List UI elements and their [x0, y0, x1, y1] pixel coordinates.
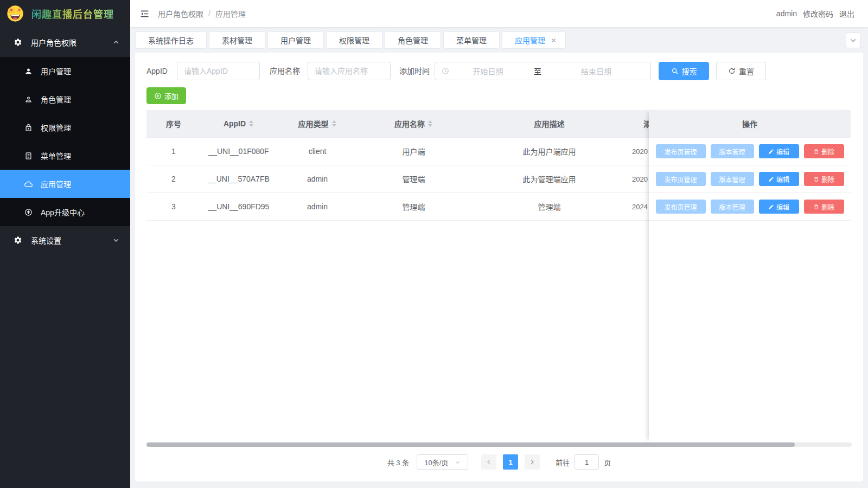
sort-carets-icon[interactable] — [248, 120, 254, 127]
horizontal-scrollbar — [146, 442, 852, 447]
logout-link[interactable]: 退出 — [839, 8, 854, 19]
chevron-down-icon — [850, 37, 857, 44]
sidebar-item-app-upgrade-center[interactable]: App升级中心 — [0, 198, 130, 226]
cell-app-type: client — [277, 138, 358, 165]
sidebar-item-role-management[interactable]: 角色管理 — [0, 85, 130, 113]
app-title: 闲趣直播后台管理 — [31, 7, 114, 21]
sidebar-item-permission-management[interactable]: 权限管理 — [0, 113, 130, 142]
tab-menu-management[interactable]: 菜单管理 — [443, 31, 500, 49]
tab-permission-management[interactable]: 权限管理 — [326, 31, 382, 49]
cell-appid: __UNI__690FD95 — [201, 193, 277, 221]
version-button[interactable]: 版本管理 — [711, 172, 754, 186]
delete-button[interactable]: 删除 — [804, 200, 844, 214]
user-filled-icon — [24, 67, 33, 75]
add-time-filter-label: 添加时间 — [399, 62, 430, 80]
tab-user-management[interactable]: 用户管理 — [267, 31, 324, 49]
sidebar-fold-button[interactable] — [139, 9, 150, 19]
tab-label: 角色管理 — [398, 35, 428, 46]
chevron-down-icon — [455, 459, 461, 465]
next-page-button[interactable] — [525, 454, 540, 470]
publish-page-button[interactable]: 发布页管理 — [656, 172, 706, 186]
fixed-actions-column: 操作 发布页管理 版本管理 编辑 删除 发布页管理 版本管理 编辑 — [649, 110, 851, 442]
change-password-link[interactable]: 修改密码 — [803, 8, 833, 19]
delete-button[interactable]: 删除 — [804, 172, 844, 186]
column-header-app-type[interactable]: 应用类型 — [277, 110, 358, 138]
cell-add-time: 2020 — [629, 165, 649, 193]
publish-page-button[interactable]: 发布页管理 — [656, 200, 706, 214]
page-number-1[interactable]: 1 — [503, 454, 518, 470]
version-button[interactable]: 版本管理 — [711, 144, 754, 158]
date-range-picker[interactable]: 开始日期 至 结束日期 — [435, 62, 651, 80]
column-header-actions: 操作 — [649, 110, 851, 138]
sidebar-item-menu-management[interactable]: 菜单管理 — [0, 142, 130, 170]
username-label[interactable]: admin — [776, 9, 797, 18]
sidebar-item-user-role-permission[interactable]: 用户角色权限 — [0, 27, 130, 57]
column-header-index[interactable]: 序号 — [146, 110, 201, 138]
column-header-label: 序号 — [166, 118, 181, 129]
version-button[interactable]: 版本管理 — [711, 200, 754, 214]
upload-circle-icon — [24, 208, 33, 216]
tab-material-management[interactable]: 素材管理 — [209, 31, 265, 49]
edit-button[interactable]: 编辑 — [759, 172, 799, 186]
column-header-appid[interactable]: AppID — [201, 110, 277, 138]
publish-page-button[interactable]: 发布页管理 — [656, 144, 706, 158]
table-row[interactable]: 3 __UNI__690FD95 admin 管理端 管理端 2024 — [146, 193, 649, 221]
breadcrumb-separator: / — [208, 9, 210, 18]
end-date-input[interactable]: 结束日期 — [548, 66, 644, 76]
cloud-icon — [24, 180, 33, 188]
button-label: 发布页管理 — [664, 175, 697, 184]
edit-button[interactable]: 编辑 — [759, 200, 799, 214]
breadcrumb-parent[interactable]: 用户角色权限 — [158, 8, 203, 19]
tab-label: 权限管理 — [339, 35, 369, 46]
sort-carets-icon[interactable] — [427, 120, 433, 127]
star-struck-emoji-icon — [6, 4, 24, 23]
column-header-label: 操作 — [742, 118, 757, 129]
horizontal-scrollbar-thumb[interactable] — [146, 442, 795, 447]
cell-app-desc: 此为管理端应用 — [469, 165, 629, 193]
column-header-label: 添加时间 — [643, 118, 649, 129]
navbar-user-actions: admin 修改密码 退出 — [776, 8, 854, 19]
chevron-up-icon — [113, 39, 119, 46]
logo: 闲趣直播后台管理 — [0, 0, 130, 27]
sort-carets-icon[interactable] — [331, 120, 337, 127]
table-header-row: 序号 AppID 应用类型 应用名称 — [146, 110, 649, 138]
delete-button[interactable]: 删除 — [804, 144, 844, 158]
search-button[interactable]: 搜索 — [659, 62, 709, 80]
column-header-app-desc[interactable]: 应用描述 — [469, 110, 629, 138]
sidebar-item-user-management[interactable]: 用户管理 — [0, 57, 130, 85]
page-size-select[interactable]: 10条/页 — [417, 454, 468, 470]
tab-close-icon[interactable] — [551, 37, 557, 43]
column-header-add-time[interactable]: 添加时间 — [629, 110, 649, 138]
button-label: 版本管理 — [719, 175, 745, 184]
add-button[interactable]: 添加 — [146, 87, 186, 104]
tab-app-management[interactable]: 应用管理 — [502, 31, 566, 49]
breadcrumb-current: 应用管理 — [215, 8, 246, 19]
tabs-list: 系统操作日志 素材管理 用户管理 权限管理 角色管理 菜单管理 应用管理 — [135, 31, 566, 49]
page-size-value: 10条/页 — [424, 457, 448, 467]
pencil-icon — [768, 204, 774, 210]
start-date-input[interactable]: 开始日期 — [449, 66, 527, 76]
goto-page-input[interactable] — [575, 454, 599, 470]
page-suffix-label: 页 — [604, 457, 611, 467]
sidebar-submenu: 用户管理 角色管理 权限管理 菜单管理 — [0, 57, 130, 226]
table-row[interactable]: 1 __UNI__01F080F client 用户端 此为用户端应用 2020 — [146, 138, 649, 165]
appid-input[interactable] — [177, 62, 260, 80]
previous-page-button[interactable] — [481, 454, 496, 470]
tabs-dropdown-button[interactable] — [846, 33, 860, 48]
reset-button[interactable]: 重置 — [716, 62, 766, 80]
sidebar-item-system-settings[interactable]: 系统设置 — [0, 226, 130, 254]
tab-role-management[interactable]: 角色管理 — [385, 31, 441, 49]
chevron-right-icon — [529, 459, 535, 465]
refresh-icon — [728, 67, 736, 75]
button-label: 发布页管理 — [664, 147, 697, 156]
app-name-input[interactable] — [308, 62, 391, 80]
pencil-icon — [768, 149, 774, 155]
edit-button[interactable]: 编辑 — [759, 144, 799, 158]
trash-icon — [813, 149, 819, 155]
column-header-app-name[interactable]: 应用名称 — [358, 110, 469, 138]
sidebar-item-app-management[interactable]: 应用管理 — [0, 170, 130, 198]
cell-add-time: 2024 — [629, 193, 649, 221]
row-actions: 发布页管理 版本管理 编辑 删除 — [649, 138, 851, 165]
table-row[interactable]: 2 __UNI__570A7FB admin 管理端 此为管理端应用 2020 — [146, 165, 649, 193]
tab-system-operation-log[interactable]: 系统操作日志 — [135, 31, 207, 49]
